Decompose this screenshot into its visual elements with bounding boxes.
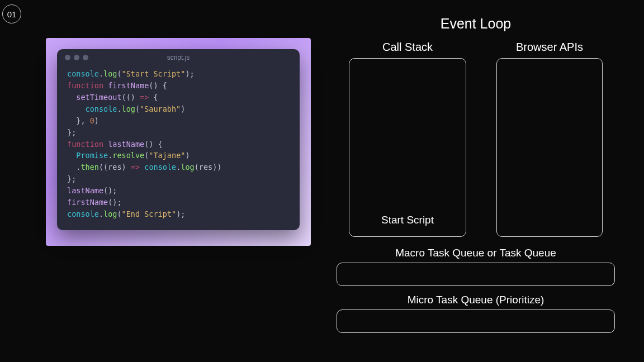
- slide-number-badge: 01: [2, 4, 21, 23]
- window-dot-max: [83, 55, 88, 60]
- code-panel: script.js console.log("Start Script");fu…: [0, 4, 324, 362]
- call-stack-box: Start Script: [349, 58, 466, 237]
- event-loop-diagram: Event Loop Call Stack Start Script Brows…: [324, 4, 644, 362]
- call-stack-column: Call Stack Start Script: [349, 41, 466, 237]
- main-container: script.js console.log("Start Script");fu…: [0, 0, 644, 362]
- stacks-row: Call Stack Start Script Browser APIs: [349, 41, 603, 237]
- window-dot-close: [65, 55, 70, 60]
- micro-queue-box: [337, 309, 615, 333]
- editor-filename: script.js: [57, 54, 300, 61]
- window-controls: [65, 55, 88, 60]
- browser-apis-box: [496, 58, 603, 237]
- browser-apis-column: Browser APIs: [496, 41, 603, 237]
- slide-number-text: 01: [7, 9, 17, 19]
- queues-section: Macro Task Queue or Task Queue Micro Tas…: [330, 247, 622, 341]
- editor-header: script.js: [57, 49, 300, 65]
- macro-queue-box: [337, 263, 615, 286]
- micro-queue-label: Micro Task Queue (Prioritize): [408, 294, 544, 306]
- diagram-title: Event Loop: [441, 16, 512, 32]
- code-editor-window: script.js console.log("Start Script");fu…: [57, 49, 300, 230]
- code-gradient-wrap: script.js console.log("Start Script");fu…: [46, 38, 311, 246]
- macro-queue-label: Macro Task Queue or Task Queue: [395, 247, 556, 259]
- code-block: console.log("Start Script");function fir…: [57, 65, 300, 230]
- browser-apis-label: Browser APIs: [516, 41, 583, 54]
- call-stack-label: Call Stack: [382, 41, 433, 54]
- call-stack-item: Start Script: [381, 214, 434, 226]
- window-dot-min: [74, 55, 79, 60]
